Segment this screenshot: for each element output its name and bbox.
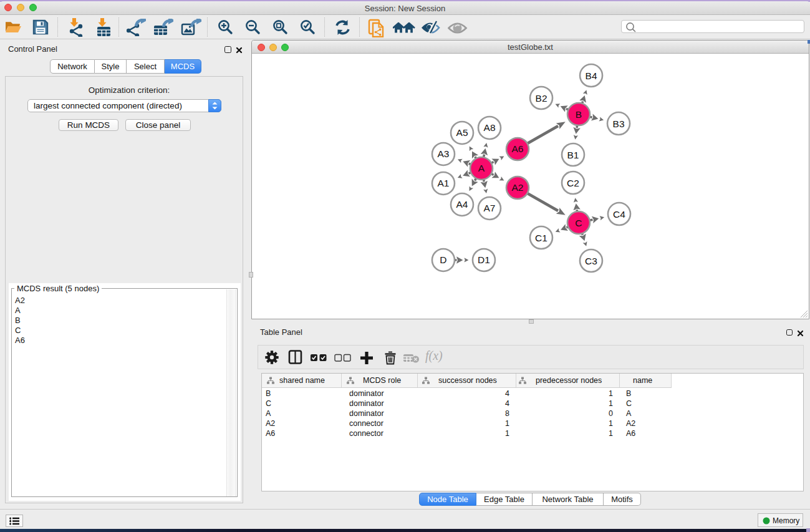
svg-text:A7: A7 — [484, 203, 496, 213]
svg-text:A: A — [478, 163, 485, 173]
svg-text:D: D — [440, 254, 446, 265]
svg-text:B2: B2 — [536, 93, 547, 104]
svg-text:A4: A4 — [456, 199, 468, 210]
svg-text:A5: A5 — [456, 127, 468, 138]
svg-text:B: B — [576, 109, 582, 120]
svg-text:C: C — [575, 218, 582, 228]
svg-text:A2: A2 — [512, 182, 524, 193]
svg-text:B4: B4 — [586, 70, 597, 81]
svg-text:D1: D1 — [478, 254, 490, 265]
svg-text:A3: A3 — [438, 148, 450, 159]
svg-text:C1: C1 — [535, 233, 547, 243]
svg-text:C2: C2 — [567, 178, 579, 188]
svg-text:A6: A6 — [512, 143, 524, 154]
svg-text:C3: C3 — [585, 256, 597, 266]
svg-text:B1: B1 — [567, 150, 579, 160]
svg-text:A8: A8 — [484, 122, 496, 133]
svg-text:B3: B3 — [613, 118, 625, 129]
svg-text:A1: A1 — [438, 178, 450, 188]
svg-text:C4: C4 — [613, 209, 625, 220]
